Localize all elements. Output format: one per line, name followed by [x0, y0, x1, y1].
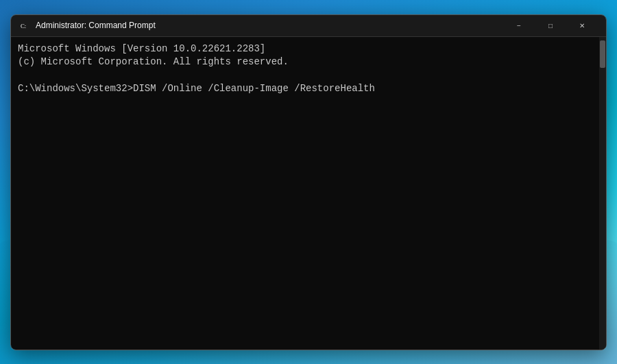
window-controls: − □ ✕: [503, 14, 598, 36]
minimize-button[interactable]: −: [503, 14, 535, 36]
close-button[interactable]: ✕: [566, 14, 598, 36]
desktop: C: Administrator: Command Prompt − □ ✕ M…: [0, 0, 617, 364]
window-title: Administrator: Command Prompt: [36, 21, 503, 30]
terminal-body[interactable]: Microsoft Windows [Version 10.0.22621.22…: [11, 37, 606, 350]
title-bar: C: Administrator: Command Prompt − □ ✕: [11, 15, 606, 37]
terminal-line-3: [18, 69, 599, 83]
close-icon: ✕: [579, 22, 585, 29]
terminal-line-1: Microsoft Windows [Version 10.0.22621.22…: [18, 43, 599, 56]
terminal-line-2: (c) Microsoft Corporation. All rights re…: [18, 56, 599, 69]
minimize-icon: −: [517, 22, 521, 29]
cmd-window: C: Administrator: Command Prompt − □ ✕ M…: [10, 14, 607, 350]
maximize-icon: □: [548, 22, 553, 29]
scrollbar[interactable]: [599, 37, 606, 350]
svg-text:C:: C:: [21, 23, 26, 29]
maximize-button[interactable]: □: [535, 14, 566, 36]
scrollbar-thumb[interactable]: [600, 40, 605, 68]
cmd-icon: C:: [19, 20, 30, 31]
terminal-line-4: C:\Windows\System32>DISM /Online /Cleanu…: [18, 82, 599, 96]
